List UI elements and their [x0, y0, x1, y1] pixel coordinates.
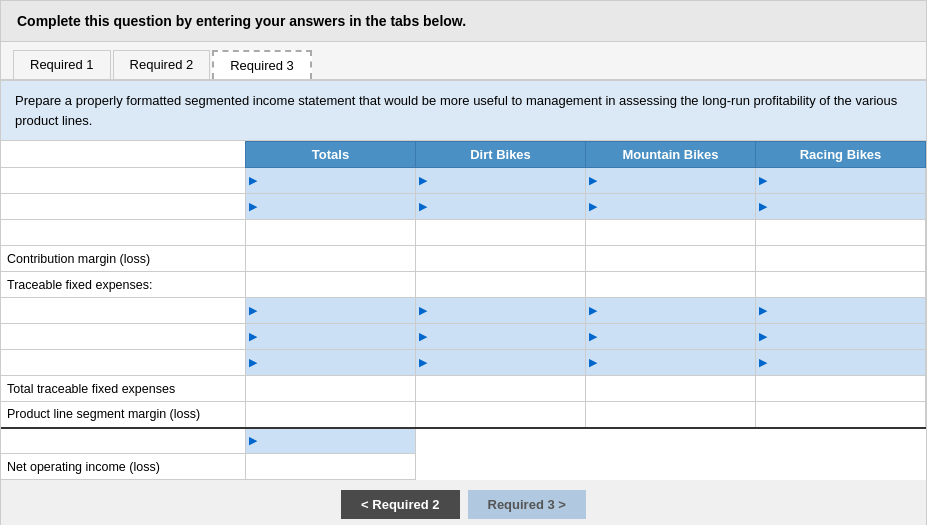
input-cell[interactable]: ▶	[416, 324, 586, 350]
input-cell[interactable]	[416, 246, 586, 272]
input-cell[interactable]: ▶	[416, 350, 586, 376]
row-label-traceable: Traceable fixed expenses:	[1, 272, 246, 298]
input-cell[interactable]: ▶	[586, 194, 756, 220]
input-cell[interactable]	[586, 246, 756, 272]
input-cell[interactable]: ▶	[246, 350, 416, 376]
cell-input[interactable]	[257, 298, 415, 323]
input-cell[interactable]	[756, 246, 926, 272]
cell-input[interactable]	[427, 168, 585, 193]
input-cell[interactable]	[586, 272, 756, 298]
input-cell[interactable]	[756, 376, 926, 402]
cell-input[interactable]	[416, 220, 574, 245]
cell-input[interactable]	[416, 272, 574, 297]
cell-input[interactable]	[427, 298, 585, 323]
input-cell[interactable]: ▶	[756, 168, 926, 194]
row-label	[1, 350, 246, 376]
row-label	[1, 298, 246, 324]
cell-input[interactable]	[767, 350, 925, 375]
input-cell[interactable]	[586, 402, 756, 428]
cell-input[interactable]	[756, 246, 914, 271]
tab-required2[interactable]: Required 2	[113, 50, 211, 79]
cell-input[interactable]	[586, 246, 744, 271]
cell-input[interactable]	[246, 272, 404, 297]
cell-input[interactable]	[597, 350, 755, 375]
input-cell[interactable]: ▶	[586, 298, 756, 324]
cell-input[interactable]	[246, 246, 404, 271]
input-cell[interactable]: ▶	[246, 168, 416, 194]
cell-input[interactable]	[246, 220, 404, 245]
input-cell[interactable]	[246, 376, 416, 402]
cell-input[interactable]	[767, 194, 925, 219]
row-label-contribution: Contribution margin (loss)	[1, 246, 246, 272]
cell-input[interactable]	[586, 402, 744, 427]
input-cell[interactable]	[756, 272, 926, 298]
input-cell[interactable]	[246, 454, 416, 480]
cell-input[interactable]	[257, 168, 415, 193]
cell-input[interactable]	[756, 220, 914, 245]
cell-input[interactable]	[246, 402, 404, 427]
cell-input[interactable]	[257, 194, 415, 219]
input-cell[interactable]: ▶	[586, 168, 756, 194]
cell-input[interactable]	[597, 324, 755, 349]
input-cell-empty	[756, 454, 926, 480]
input-cell[interactable]	[416, 272, 586, 298]
arrow-indicator: ▶	[756, 330, 767, 343]
cell-input[interactable]	[586, 272, 744, 297]
cell-input[interactable]	[416, 376, 574, 401]
input-cell[interactable]: ▶	[246, 428, 416, 454]
input-cell[interactable]	[246, 220, 416, 246]
cell-input[interactable]	[427, 194, 585, 219]
input-cell[interactable]: ▶	[756, 350, 926, 376]
table-row: ▶ ▶ ▶	[1, 194, 926, 220]
cell-input[interactable]	[257, 350, 415, 375]
input-cell[interactable]: ▶	[246, 298, 416, 324]
cell-input[interactable]	[586, 376, 744, 401]
cell-input[interactable]	[586, 220, 744, 245]
cell-input[interactable]	[257, 324, 415, 349]
tab-required3[interactable]: Required 3	[212, 50, 312, 79]
cell-input[interactable]	[756, 272, 914, 297]
table-row: Net operating income (loss)	[1, 454, 926, 480]
input-cell[interactable]	[756, 220, 926, 246]
input-cell[interactable]: ▶	[756, 324, 926, 350]
cell-input[interactable]	[756, 376, 914, 401]
input-cell[interactable]	[246, 272, 416, 298]
input-cell[interactable]	[756, 402, 926, 428]
input-cell[interactable]: ▶	[756, 298, 926, 324]
tab-required1[interactable]: Required 1	[13, 50, 111, 79]
input-cell[interactable]: ▶	[416, 168, 586, 194]
input-cell[interactable]	[586, 220, 756, 246]
back-button[interactable]: < Required 2	[341, 490, 459, 519]
input-cell[interactable]: ▶	[756, 194, 926, 220]
input-cell[interactable]: ▶	[416, 298, 586, 324]
input-cell[interactable]	[416, 376, 586, 402]
cell-input[interactable]	[767, 168, 925, 193]
cell-input[interactable]	[416, 246, 574, 271]
cell-input[interactable]	[427, 350, 585, 375]
cell-input[interactable]	[246, 376, 404, 401]
input-cell[interactable]: ▶	[586, 324, 756, 350]
input-cell[interactable]	[586, 376, 756, 402]
cell-input[interactable]	[246, 454, 404, 479]
input-cell[interactable]	[416, 402, 586, 428]
table-row: ▶ ▶ ▶	[1, 298, 926, 324]
cell-input[interactable]	[416, 402, 574, 427]
cell-input[interactable]	[597, 168, 755, 193]
input-cell[interactable]: ▶	[416, 194, 586, 220]
input-cell[interactable]: ▶	[246, 324, 416, 350]
input-cell[interactable]	[416, 220, 586, 246]
next-button[interactable]: Required 3 >	[468, 490, 586, 519]
cell-input[interactable]	[767, 324, 925, 349]
input-cell[interactable]	[246, 246, 416, 272]
input-cell[interactable]: ▶	[586, 350, 756, 376]
cell-input[interactable]	[767, 298, 925, 323]
tabs-bar: Required 1 Required 2 Required 3	[1, 42, 926, 81]
cell-input[interactable]	[756, 402, 914, 427]
arrow-indicator: ▶	[586, 356, 597, 369]
cell-input[interactable]	[257, 429, 415, 454]
input-cell[interactable]: ▶	[246, 194, 416, 220]
input-cell[interactable]	[246, 402, 416, 428]
cell-input[interactable]	[597, 194, 755, 219]
cell-input[interactable]	[427, 324, 585, 349]
cell-input[interactable]	[597, 298, 755, 323]
